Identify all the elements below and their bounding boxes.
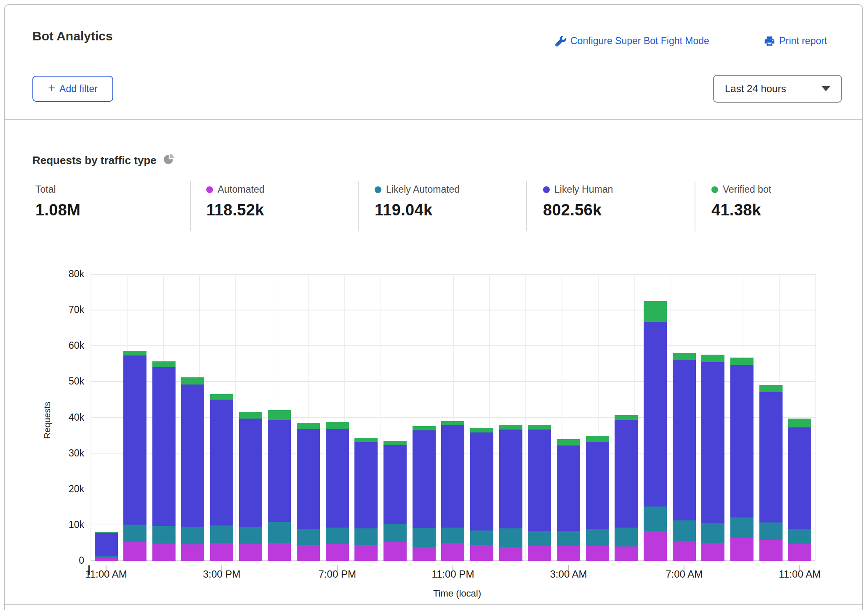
bar-segment-likely-automated[interactable]	[210, 525, 233, 543]
bar-segment-likely-automated[interactable]	[326, 528, 349, 544]
bar-segment-likely-human[interactable]	[730, 365, 754, 517]
bar-segment-likely-automated[interactable]	[354, 528, 378, 545]
bar-hour-0[interactable]	[95, 274, 118, 561]
bar-segment-automated[interactable]	[413, 547, 436, 561]
bar-segment-automated[interactable]	[499, 547, 522, 561]
bar-segment-likely-automated[interactable]	[123, 525, 146, 542]
bar-segment-automated[interactable]	[239, 544, 262, 561]
bar-segment-likely-automated[interactable]	[673, 520, 696, 541]
bar-hour-4[interactable]	[210, 274, 233, 561]
bar-hour-20[interactable]	[673, 274, 696, 561]
bar-segment-verified-bot[interactable]	[788, 419, 811, 427]
bar-segment-likely-automated[interactable]	[383, 524, 407, 542]
bar-hour-8[interactable]	[326, 274, 349, 561]
bar-segment-likely-human[interactable]	[297, 429, 320, 529]
bar-segment-automated[interactable]	[730, 538, 754, 561]
bar-segment-likely-human[interactable]	[239, 419, 262, 527]
bar-segment-likely-automated[interactable]	[759, 522, 783, 541]
bar-segment-automated[interactable]	[470, 545, 493, 561]
bar-hour-19[interactable]	[644, 274, 667, 561]
bar-segment-likely-human[interactable]	[499, 430, 522, 528]
bar-segment-likely-automated[interactable]	[644, 507, 667, 531]
bar-segment-likely-automated[interactable]	[441, 528, 464, 543]
bar-segment-likely-human[interactable]	[644, 322, 667, 506]
bar-segment-verified-bot[interactable]	[528, 425, 551, 430]
bar-hour-7[interactable]	[297, 274, 320, 561]
bar-segment-verified-bot[interactable]	[354, 438, 378, 442]
bar-segment-likely-human[interactable]	[673, 360, 696, 520]
bar-hour-17[interactable]	[586, 274, 609, 561]
bar-segment-automated[interactable]	[210, 543, 233, 561]
configure-super-bot-fight-mode-link[interactable]: Configure Super Bot Fight Mode	[555, 35, 709, 47]
bar-segment-automated[interactable]	[615, 546, 638, 561]
bar-segment-likely-automated[interactable]	[528, 531, 551, 546]
bar-segment-likely-automated[interactable]	[615, 528, 638, 546]
bar-segment-likely-human[interactable]	[441, 425, 464, 528]
bar-segment-verified-bot[interactable]	[297, 423, 320, 429]
bar-segment-likely-human[interactable]	[268, 420, 291, 522]
bar-segment-automated[interactable]	[557, 546, 580, 561]
bar-segment-automated[interactable]	[152, 544, 176, 561]
bar-segment-automated[interactable]	[268, 543, 291, 561]
bar-segment-verified-bot[interactable]	[701, 355, 724, 362]
bar-segment-verified-bot[interactable]	[441, 421, 464, 425]
bar-segment-automated[interactable]	[701, 543, 724, 561]
bar-segment-likely-automated[interactable]	[152, 526, 176, 544]
bar-segment-verified-bot[interactable]	[759, 385, 783, 392]
bar-hour-6[interactable]	[268, 274, 291, 561]
bar-hour-15[interactable]	[528, 274, 551, 561]
bar-hour-14[interactable]	[499, 274, 522, 561]
bar-segment-likely-automated[interactable]	[297, 529, 320, 545]
bar-segment-automated[interactable]	[644, 531, 667, 561]
stat-likely-human[interactable]: Likely Human802.56k	[543, 184, 613, 219]
bar-segment-verified-bot[interactable]	[615, 415, 638, 420]
bar-hour-18[interactable]	[615, 274, 638, 561]
bar-segment-automated[interactable]	[123, 542, 146, 561]
bar-segment-likely-human[interactable]	[759, 392, 783, 522]
bar-segment-verified-bot[interactable]	[470, 428, 493, 432]
bar-segment-likely-automated[interactable]	[730, 517, 754, 538]
bar-segment-verified-bot[interactable]	[413, 426, 436, 430]
bar-segment-likely-automated[interactable]	[239, 527, 262, 544]
bar-segment-likely-automated[interactable]	[586, 529, 609, 546]
bar-segment-automated[interactable]	[673, 541, 696, 561]
bar-hour-12[interactable]	[441, 274, 464, 561]
bar-segment-automated[interactable]	[441, 543, 464, 561]
bar-segment-automated[interactable]	[297, 545, 320, 561]
bar-segment-automated[interactable]	[383, 542, 407, 561]
bar-segment-verified-bot[interactable]	[181, 377, 204, 385]
stat-total[interactable]: Total1.08M	[35, 184, 80, 219]
bar-segment-verified-bot[interactable]	[730, 358, 754, 365]
bar-hour-5[interactable]	[239, 274, 262, 561]
bar-segment-likely-human[interactable]	[95, 533, 118, 556]
bar-segment-verified-bot[interactable]	[152, 361, 176, 367]
bar-segment-likely-human[interactable]	[413, 430, 436, 528]
bar-segment-automated[interactable]	[95, 558, 118, 561]
bar-segment-likely-human[interactable]	[181, 385, 204, 527]
bar-segment-likely-automated[interactable]	[788, 529, 811, 544]
bar-hour-23[interactable]	[759, 274, 783, 561]
stat-automated[interactable]: Automated118.52k	[206, 184, 264, 219]
bar-segment-verified-bot[interactable]	[326, 422, 349, 429]
bar-segment-likely-human[interactable]	[123, 355, 146, 525]
bar-segment-likely-human[interactable]	[470, 432, 493, 530]
bar-segment-likely-human[interactable]	[788, 427, 811, 529]
bar-hour-9[interactable]	[354, 274, 378, 561]
bar-segment-automated[interactable]	[354, 545, 378, 561]
bar-hour-22[interactable]	[730, 274, 754, 561]
bar-segment-verified-bot[interactable]	[239, 412, 262, 419]
time-range-dropdown[interactable]: Last 24 hours	[713, 75, 842, 103]
bar-segment-likely-automated[interactable]	[499, 528, 522, 547]
bar-segment-verified-bot[interactable]	[268, 410, 291, 419]
bar-segment-likely-human[interactable]	[701, 362, 724, 523]
bar-segment-likely-human[interactable]	[383, 445, 407, 524]
bar-hour-13[interactable]	[470, 274, 493, 561]
stat-verified-bot[interactable]: Verified bot41.38k	[711, 184, 771, 219]
bar-segment-verified-bot[interactable]	[383, 441, 407, 445]
stat-likely-automated[interactable]: Likely Automated119.04k	[375, 184, 460, 219]
bar-segment-verified-bot[interactable]	[95, 532, 118, 533]
bar-segment-verified-bot[interactable]	[644, 301, 667, 322]
bar-segment-likely-human[interactable]	[152, 367, 176, 526]
bar-hour-16[interactable]	[557, 274, 580, 561]
bar-hour-21[interactable]	[701, 274, 724, 561]
